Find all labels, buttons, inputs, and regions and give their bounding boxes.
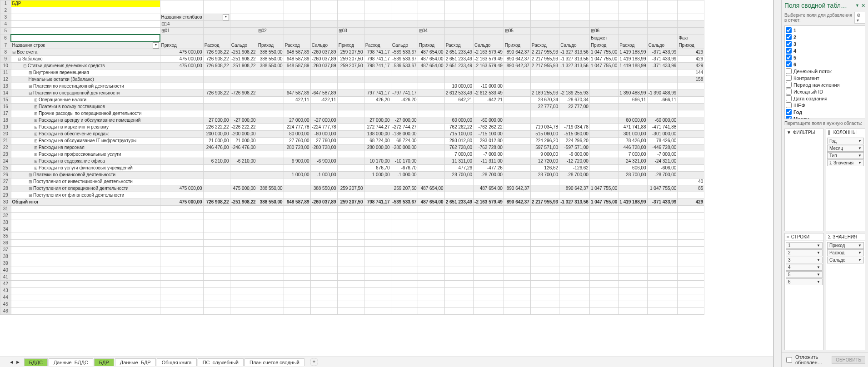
- row-label[interactable]: Прочие расходы по операционной деятельно…: [11, 110, 160, 117]
- area-pill[interactable]: Год▼: [827, 138, 864, 144]
- cell-value: [160, 83, 203, 90]
- field-row[interactable]: Год: [786, 109, 864, 115]
- sheet-tab[interactable]: ПС_служебный: [198, 358, 244, 366]
- cell-value: [364, 76, 391, 83]
- row-label[interactable]: Начальные остатки (Забаланс): [11, 76, 160, 83]
- column-filter-button[interactable]: ▾: [203, 14, 230, 21]
- field-row[interactable]: 1: [786, 27, 864, 34]
- row-label[interactable]: Платежи по операционной деятельности: [11, 90, 160, 97]
- field-list[interactable]: 123456Денежный потокКонтрагентПериод нач…: [784, 25, 865, 119]
- month-03[interactable]: ⊞03: [337, 28, 364, 35]
- row-label[interactable]: Платежи по инвестиционной деятельности: [11, 83, 160, 90]
- field-checkbox[interactable]: [786, 27, 792, 33]
- area-pill[interactable]: 6▼: [786, 278, 823, 285]
- gear-icon[interactable]: ⚙ ▾: [854, 12, 865, 24]
- sheet-tab[interactable]: БДДС: [24, 358, 48, 366]
- row-label[interactable]: Статьи движения денежных средств: [11, 63, 160, 69]
- row-label[interactable]: Операционные налоги: [11, 97, 160, 104]
- row-label[interactable]: Все счета: [11, 49, 160, 56]
- row-label[interactable]: Внутренние перемещения: [11, 69, 160, 76]
- metric-header: Расход: [203, 42, 230, 49]
- area-pill[interactable]: 1▼: [786, 242, 823, 249]
- panel-close-icon[interactable]: ✕: [861, 3, 865, 9]
- field-row[interactable]: Контрагент: [786, 74, 864, 81]
- field-row[interactable]: Период начисления: [786, 81, 864, 88]
- sheet-tab[interactable]: Общая книга: [157, 358, 197, 366]
- area-pill[interactable]: 3▼: [786, 257, 823, 263]
- sheet-tab[interactable]: Данные_БДР: [115, 358, 156, 366]
- cell-value: [504, 104, 530, 110]
- sheet-tab[interactable]: Данные_БДДС: [49, 358, 93, 366]
- field-checkbox[interactable]: [786, 109, 792, 115]
- area-columns[interactable]: |||КОЛОННЫ Год▼Месяц▼Тип▼Σ Значения▼: [826, 129, 865, 231]
- field-checkbox[interactable]: [786, 102, 792, 108]
- row-label[interactable]: Расходы на персонал: [11, 144, 160, 151]
- field-row[interactable]: 2: [786, 34, 864, 40]
- field-row[interactable]: ШЕФ: [786, 102, 864, 109]
- field-row[interactable]: 3: [786, 40, 864, 47]
- row-label[interactable]: Расходы на обслуживание IT инфраструктур…: [11, 138, 160, 144]
- row-label[interactable]: Расходы на содержание офиса: [11, 158, 160, 165]
- area-rows[interactable]: ≡СТРОКИ 1▼2▼3▼4▼5▼6▼: [784, 233, 824, 350]
- field-checkbox[interactable]: [786, 34, 792, 40]
- area-values[interactable]: ΣЗНАЧЕНИЯ Приход▼Расход▼Сальдо▼: [826, 233, 865, 350]
- area-filters[interactable]: ▼ФИЛЬТРЫ: [784, 129, 824, 231]
- row-label[interactable]: Расходы на аренду и обслуживание помещен…: [11, 117, 160, 124]
- area-pill[interactable]: Σ Значения▼: [827, 159, 864, 166]
- row-label[interactable]: Расходы на обеспечение продаж: [11, 131, 160, 138]
- area-pill[interactable]: Расход▼: [827, 249, 864, 256]
- row-label[interactable]: Расходы на услуги финансовых учреждений: [11, 165, 160, 172]
- row-label[interactable]: Поступления от операционной деятельности: [11, 185, 160, 192]
- update-button[interactable]: ОБНОВИТЬ: [832, 356, 865, 364]
- month-06[interactable]: ⊞06: [589, 28, 618, 35]
- field-checkbox[interactable]: [786, 82, 792, 88]
- field-checkbox[interactable]: [786, 61, 792, 67]
- area-pill[interactable]: 4▼: [786, 264, 823, 271]
- tab-nav[interactable]: ◄ ►: [9, 359, 20, 365]
- sheet-tab[interactable]: БДР: [94, 358, 114, 366]
- row-label[interactable]: Забаланс: [11, 56, 160, 63]
- field-checkbox[interactable]: [786, 55, 792, 60]
- field-row[interactable]: Месяц: [786, 115, 864, 119]
- field-row[interactable]: 5: [786, 54, 864, 61]
- area-pill[interactable]: 5▼: [786, 271, 823, 278]
- month-05[interactable]: ⊞05: [504, 28, 530, 35]
- year-group[interactable]: ⊟14: [160, 21, 203, 28]
- area-pill[interactable]: Тип▼: [827, 152, 864, 159]
- field-row[interactable]: 4: [786, 47, 864, 54]
- row-label[interactable]: Платежи в пользу поставщиков: [11, 104, 160, 110]
- row-filter-button[interactable]: ▾: [153, 42, 159, 49]
- area-pill[interactable]: Месяц▼: [827, 145, 864, 152]
- month-04[interactable]: ⊞04: [418, 28, 444, 35]
- row-label[interactable]: Платежи по финансовой деятельности: [11, 172, 160, 179]
- field-row[interactable]: Дата создания: [786, 95, 864, 102]
- area-pill[interactable]: Сальдо▼: [827, 257, 864, 263]
- field-row[interactable]: Денежный поток: [786, 68, 864, 74]
- vertical-scrollbar[interactable]: [773, 0, 781, 367]
- row-label[interactable]: Расходы на профессиональные услуги: [11, 151, 160, 158]
- row-label[interactable]: Поступления от финансовой деятельности: [11, 192, 160, 199]
- field-checkbox[interactable]: [786, 89, 792, 94]
- field-checkbox[interactable]: [786, 75, 792, 81]
- area-pill[interactable]: Приход▼: [827, 242, 864, 249]
- panel-dropdown-icon[interactable]: ▼: [855, 3, 859, 8]
- field-checkbox[interactable]: [786, 41, 792, 47]
- month-01[interactable]: ⊞01: [160, 28, 203, 35]
- sheet-tab[interactable]: План счетов сводный: [244, 358, 304, 366]
- field-row[interactable]: 6: [786, 61, 864, 68]
- total-value: 2 651 233,49: [444, 199, 473, 206]
- area-pill[interactable]: 2▼: [786, 249, 823, 256]
- month-02[interactable]: ⊞02: [257, 28, 284, 35]
- cell-value: [589, 172, 618, 179]
- add-sheet-button[interactable]: +: [310, 358, 318, 366]
- cell-value: 6 210,00: [203, 158, 230, 165]
- row-label[interactable]: Поступления от инвестиционной деятельнос…: [11, 179, 160, 185]
- defer-update-check[interactable]: Отложить обновлен…: [784, 354, 829, 365]
- field-checkbox[interactable]: [786, 95, 792, 101]
- field-checkbox[interactable]: [786, 68, 792, 74]
- field-row[interactable]: Исходный ID: [786, 88, 864, 95]
- field-checkbox[interactable]: [786, 116, 792, 119]
- row-label[interactable]: Расходы на маркетинг и рекламу: [11, 124, 160, 131]
- grid-scroll[interactable]: 1БДР23Названия столбцов▾4⊟145⊞01⊞02⊞03⊞0…: [0, 0, 773, 357]
- field-checkbox[interactable]: [786, 48, 792, 54]
